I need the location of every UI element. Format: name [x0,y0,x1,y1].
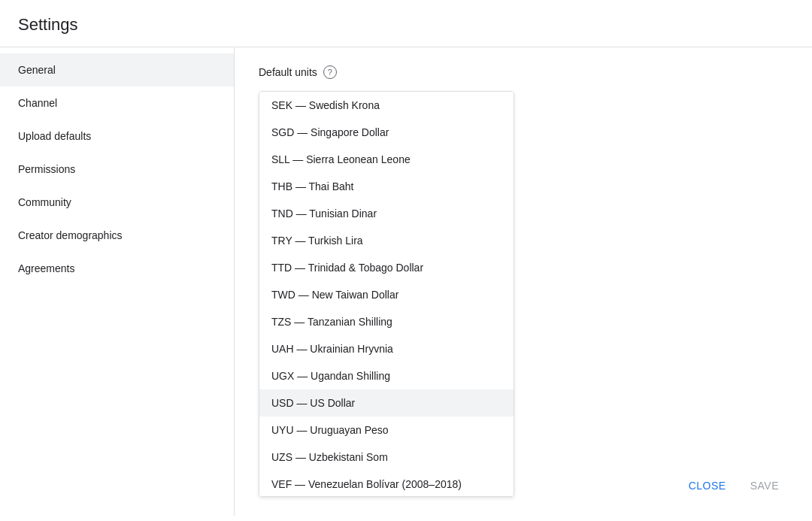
currency-item-twd[interactable]: TWD — New Taiwan Dollar [259,281,514,308]
currency-item-uyu[interactable]: UYU — Uruguayan Peso [259,416,514,444]
sidebar-item-community[interactable]: Community [0,186,234,219]
sidebar: GeneralChannelUpload defaultsPermissions… [0,47,235,516]
main-content: Default units ? SEK — Swedish KronaSGD —… [235,47,812,516]
currency-item-try[interactable]: TRY — Turkish Lira [259,227,514,254]
currency-item-usd[interactable]: USD — US Dollar [259,389,514,416]
currency-item-tnd[interactable]: TND — Tunisian Dinar [259,200,514,227]
currency-item-thb[interactable]: THB — Thai Baht [259,173,514,200]
currency-item-uzs[interactable]: UZS — Uzbekistani Som [259,444,514,471]
page-header: Settings [0,0,812,47]
currency-dropdown-list[interactable]: SEK — Swedish KronaSGD — Singapore Dolla… [259,91,514,497]
section-title: Default units [259,66,317,78]
close-button[interactable]: CLOSE [680,474,735,498]
currency-item-sll[interactable]: SLL — Sierra Leonean Leone [259,146,514,173]
currency-item-tzs[interactable]: TZS — Tanzanian Shilling [259,308,514,335]
save-button[interactable]: SAVE [741,474,788,498]
currency-item-sgd[interactable]: SGD — Singapore Dollar [259,119,514,146]
currency-item-vef[interactable]: VEF — Venezuelan Bolívar (2008–2018) [259,471,514,497]
help-icon[interactable]: ? [323,65,337,79]
footer-buttons: CLOSE SAVE [680,474,788,498]
page-title: Settings [18,15,794,35]
sidebar-item-upload-defaults[interactable]: Upload defaults [0,120,234,153]
sidebar-item-general[interactable]: General [0,53,234,86]
sidebar-item-channel[interactable]: Channel [0,86,234,120]
content-area: GeneralChannelUpload defaultsPermissions… [0,47,812,516]
sidebar-item-permissions[interactable]: Permissions [0,153,234,186]
sidebar-item-creator-demographics[interactable]: Creator demographics [0,219,234,252]
currency-item-ttd[interactable]: TTD — Trinidad & Tobago Dollar [259,254,514,281]
currency-item-ugx[interactable]: UGX — Ugandan Shilling [259,362,514,389]
currency-item-sek[interactable]: SEK — Swedish Krona [259,92,514,119]
section-header: Default units ? [259,65,788,79]
currency-item-uah[interactable]: UAH — Ukrainian Hryvnia [259,335,514,362]
sidebar-item-agreements[interactable]: Agreements [0,252,234,285]
